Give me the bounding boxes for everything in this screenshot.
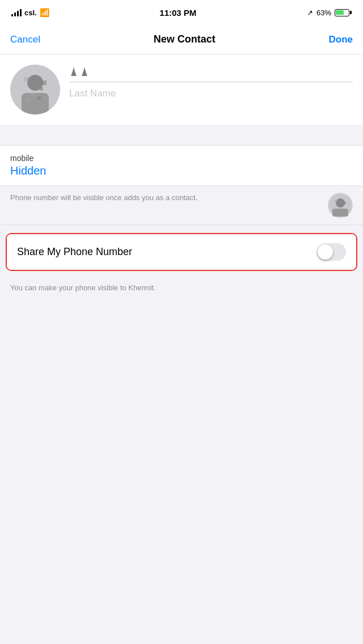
wifi-icon: 📶 [40,8,49,17]
name-divider [69,82,353,82]
location-icon: ↗ [307,9,313,17]
battery-fill [336,10,343,15]
signal-bar-2 [14,12,16,16]
share-phone-section: Share My Phone Number [6,233,357,271]
name-icons [69,67,89,76]
avatar [10,65,60,115]
section-spacer [0,125,363,145]
signal-bar-4 [20,9,22,16]
last-name-icon [80,67,89,76]
toggle-row: Share My Phone Number [7,234,356,270]
status-right: ↗ 63% [307,9,352,17]
avatar-area[interactable] [10,65,60,115]
signal-bars-icon [11,9,22,16]
svg-rect-8 [40,87,43,91]
avatar-image [10,65,60,115]
svg-rect-3 [24,77,28,82]
carrier-label: csl. [24,9,37,17]
svg-rect-2 [22,93,49,115]
battery-tip [350,11,352,14]
info-avatar-image [329,194,352,217]
battery-body [335,9,349,16]
info-section: Phone number will be visible once adds y… [0,186,363,225]
info-text: Phone number will be visible once adds y… [10,193,321,203]
status-time: 11:03 PM [159,8,196,18]
bottom-area [0,301,363,528]
page-title: New Contact [154,33,216,45]
svg-rect-6 [37,96,41,100]
share-phone-toggle[interactable] [316,243,346,261]
info-avatar-small [328,193,353,218]
svg-rect-13 [344,202,346,204]
last-name-input[interactable] [69,88,353,99]
name-row-top [69,67,353,76]
first-name-icon [69,67,78,76]
phone-value: Hidden [10,164,353,177]
status-bar: csl. 📶 11:03 PM ↗ 63% [0,0,363,25]
cancel-button[interactable]: Cancel [10,34,40,45]
svg-rect-5 [31,92,34,95]
signal-bar-1 [11,14,13,16]
phone-label: mobile [10,154,353,163]
name-fields [69,65,353,99]
battery-icon [335,9,352,16]
toggle-label: Share My Phone Number [17,246,132,258]
contact-header [0,54,363,125]
battery-percent: 63% [316,9,331,17]
svg-rect-7 [26,99,31,103]
helper-text: You can make your phone visible to Kherm… [0,279,363,301]
status-left: csl. 📶 [11,8,49,17]
svg-rect-11 [332,209,348,217]
signal-bar-3 [17,11,19,16]
done-button[interactable]: Done [329,34,353,45]
svg-rect-4 [42,80,47,85]
phone-section: mobile Hidden [0,145,363,186]
navigation-bar: Cancel New Contact Done [0,25,363,54]
svg-rect-12 [335,200,337,202]
toggle-knob [318,244,333,260]
